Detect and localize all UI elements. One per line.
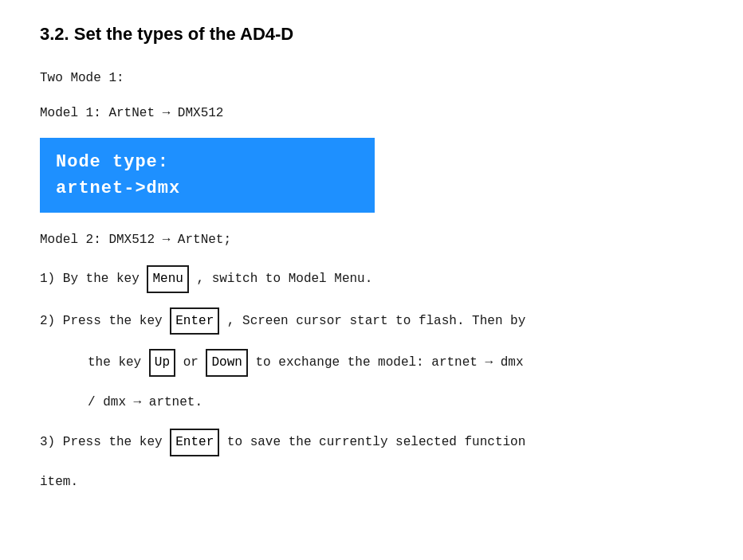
step1-line: 1) By the key Menu , switch to Model Men…	[40, 265, 703, 293]
model1-line: Model 1: ArtNet → DMX512	[40, 104, 703, 124]
model1-value: DMX512	[178, 106, 224, 120]
step2-post2: to exchange the model: artnet → dmx	[255, 355, 523, 370]
step2-indent-line1: the key Up or Down to exchange the model…	[88, 349, 703, 377]
step2-post: , Screen cursor start to flash. Then by	[227, 314, 525, 328]
model2-arrow: →	[163, 233, 171, 247]
step1-pre: 1) By the key	[40, 272, 140, 286]
model2-label: Model 2: DMX512	[40, 233, 155, 247]
step2-indent-line2: / dmx → artnet.	[88, 391, 703, 414]
step2-line: 2) Press the key Enter , Screen cursor s…	[40, 307, 703, 335]
page-title: 3.2. Set the types of the AD4-D	[40, 24, 703, 45]
step3-line: 3) Press the key Enter to save the curre…	[40, 429, 703, 456]
enter-key-2: Enter	[170, 429, 219, 456]
model1-label: Model 1: ArtNet	[40, 106, 155, 120]
intro-text: Two Mode 1:	[40, 69, 703, 89]
step1-post: , switch to Model Menu.	[196, 272, 372, 286]
step2-mid: or	[183, 355, 206, 370]
step2-indent-pre: the key	[88, 355, 141, 370]
up-key: Up	[149, 349, 175, 377]
step3-pre: 3) Press the key	[40, 435, 163, 449]
enter-key-1: Enter	[170, 307, 219, 335]
down-key: Down	[206, 349, 247, 377]
step2-indent2: / dmx → artnet.	[88, 395, 202, 409]
model2-value: ArtNet;	[178, 233, 231, 247]
model2-line: Model 2: DMX512 → ArtNet;	[40, 230, 703, 251]
menu-key: Menu	[147, 265, 188, 293]
step3-item: item.	[40, 475, 78, 489]
step3-post: to save the currently selected function	[227, 435, 525, 449]
step3-indent: item.	[40, 471, 703, 494]
lcd-line2: artnet->dmx	[56, 175, 359, 202]
lcd-line1: Node type:	[56, 149, 359, 175]
model1-arrow: →	[163, 106, 178, 120]
step2-pre: 2) Press the key	[40, 314, 163, 328]
lcd-display: Node type: artnet->dmx	[40, 138, 375, 213]
